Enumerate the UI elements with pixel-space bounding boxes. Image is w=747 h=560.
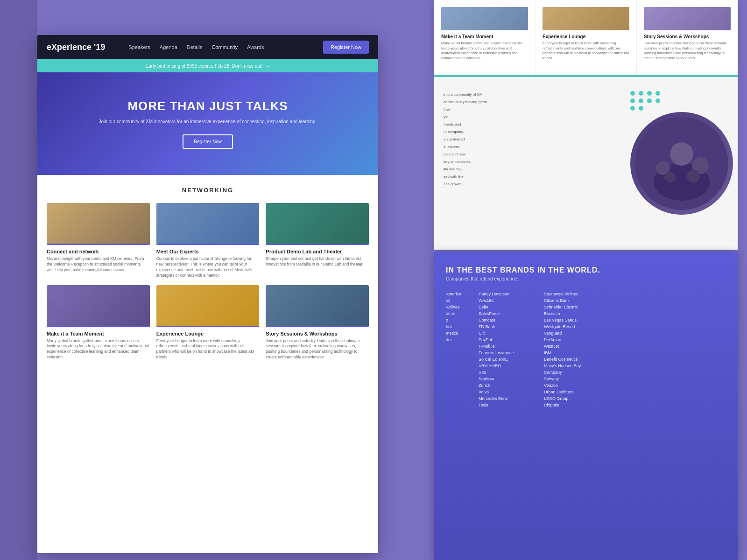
brand-ericsson: Ericsson (544, 310, 609, 317)
hero-subtitle: Join our community of XM innovators for … (99, 118, 317, 125)
nav-links: Speakers Agenda Details Community Awards (128, 44, 309, 50)
nav-speakers[interactable]: Speakers (128, 44, 150, 50)
brand-citi: Citi (479, 330, 539, 336)
networking-section: NETWORKING Connect and network Mix and m… (37, 175, 378, 372)
brand-lego: LEGO Group (544, 395, 609, 402)
brand-volvo: Volvo (479, 389, 539, 395)
trw-img-1 (441, 7, 528, 30)
brand-partial-der: der (446, 336, 474, 343)
brand-chipotle: Chipotle (544, 402, 609, 408)
brand-partial-oil: oil (446, 297, 474, 304)
brands-title: IN THE BEST BRANDS IN THE WORLD. (446, 266, 726, 274)
bullet-12: sed with the (444, 173, 616, 181)
trw-title-2: Experience Lounge (543, 34, 629, 39)
brand-partial-o: o (446, 317, 474, 323)
card-img-story (266, 285, 369, 327)
brand-ihg: IHG (479, 369, 539, 376)
brand-verizon: Verizon (544, 382, 609, 389)
card-title-story: Story Sessions & Workshops (266, 331, 369, 336)
card-desc-lounge: Feed your hunger to learn more with nour… (156, 338, 260, 361)
trw-img-3 (644, 7, 731, 30)
card-img-connect (47, 203, 150, 245)
nav-community[interactable]: Community (211, 44, 238, 50)
brand-lasvegas: Las Vegas Sands (544, 317, 609, 323)
main-browser-window: eXperience '19 Speakers Agenda Details C… (37, 35, 378, 553)
brand-subway: Subway (544, 376, 609, 382)
trw-content: Make it a Team Moment Many global brands… (434, 0, 738, 75)
cards-grid: Connect and network Mix and mingle with … (47, 203, 369, 360)
promo-banner: Early bird pricing of $995 expires Feb 2… (37, 59, 378, 72)
bullet-11: llia and tap (444, 166, 616, 173)
brand-partial-america: America (446, 291, 474, 297)
nav-awards[interactable]: Awards (247, 44, 264, 50)
networking-title: NETWORKING (47, 187, 369, 194)
brand-westjet2: WestJet (544, 343, 609, 350)
brand-tdbank: TD Bank (479, 323, 539, 330)
brand-mercedes: Mercedes Benz (479, 395, 539, 402)
card-title-demo: Product Demo Lab and Theater (266, 249, 369, 254)
bullet-9: gies and new (444, 151, 616, 158)
brand-partial-bot: bot (446, 323, 474, 330)
card-desc-team: Many global brands gather and inspire te… (47, 338, 150, 361)
trw-desc-1: Many global brands gather and inspire te… (441, 41, 528, 61)
brand-petsmart: PetSmart (544, 336, 609, 343)
bullet-8: e leaders. (444, 143, 616, 151)
card-img-lounge (156, 285, 260, 327)
bullet-5: trends and (444, 121, 616, 128)
brand-southwest: Southwest Airlines (544, 291, 609, 297)
brand-socal: So Cal EdisonE (479, 356, 539, 363)
bullet-7: an unrivalled (444, 136, 616, 143)
brand-sephora: Sephora (479, 376, 539, 382)
brand-partial-metics: metics (446, 330, 474, 336)
card-team: Make it a Team Moment Many global brands… (47, 285, 150, 361)
trw-desc-3: Join your peers and industry leaders in … (644, 41, 731, 61)
brands-section: IN THE BEST BRANDS IN THE WORLD. Compani… (434, 252, 738, 560)
brand-salesforce: SalesForce (479, 310, 539, 317)
brand-westjet: WestJet (479, 297, 539, 304)
card-story: Story Sessions & Workshops Join your pee… (266, 285, 369, 361)
brand-benefit: Benefit Cosmetics (544, 356, 609, 363)
mid-right-text: into a community of XM continuously maki… (434, 77, 626, 250)
logo: eXperience '19 (47, 42, 105, 52)
card-experts: Meet Our Experts Curious to explore a pa… (156, 203, 260, 279)
card-title-connect: Connect and network (47, 249, 150, 254)
hero-title: MORE THAN JUST TALKS (127, 99, 288, 113)
svg-point-6 (687, 170, 700, 183)
hero-register-button[interactable]: Register Now (183, 134, 233, 149)
card-desc-connect: Mix and mingle with your peers and XM pi… (47, 256, 150, 273)
trw-col-2: Experience Lounge Feed your hunger to le… (536, 0, 637, 75)
nav-register-button[interactable]: Register Now (323, 41, 369, 54)
nav-agenda[interactable]: Agenda (160, 44, 177, 50)
svg-point-2 (670, 142, 693, 166)
card-img-demo (266, 203, 369, 245)
circle-image (630, 112, 733, 215)
brand-abm: ABM AMRO (479, 363, 539, 369)
card-demo: Product Demo Lab and Theater Sharpen you… (266, 203, 369, 279)
trw-col-3: Story Sessions & Workshops Join your pee… (637, 0, 738, 75)
brand-farmers: Farmers Insurance (479, 350, 539, 356)
card-lounge: Experience Lounge Feed your hunger to le… (156, 285, 260, 361)
bullet-2: continuously making great (444, 98, 616, 106)
bullet-10: iety of industries. (444, 158, 616, 166)
mid-right-panel: into a community of XM continuously maki… (434, 77, 738, 250)
bullet-1: into a community of XM (444, 91, 616, 98)
top-right-panel: Make it a Team Moment Many global brands… (434, 0, 738, 75)
trw-img-2 (543, 7, 629, 30)
brand-paypal: PayPal (479, 336, 539, 343)
card-desc-experts: Curious to explore a particular challeng… (156, 256, 260, 279)
brand-delta: Delta (479, 304, 539, 310)
dots-decoration (630, 91, 661, 111)
bg-left (0, 0, 37, 560)
bullet-4: ys: (444, 113, 616, 121)
card-title-experts: Meet Our Experts (156, 249, 260, 254)
mid-right-image-area (626, 77, 738, 250)
hero-section: MORE THAN JUST TALKS Join our community … (37, 72, 378, 175)
card-connect: Connect and network Mix and mingle with … (47, 203, 150, 279)
trw-col-1: Make it a Team Moment Many global brands… (434, 0, 536, 75)
card-desc-demo: Sharpen your tool set and get hands-on w… (266, 256, 369, 267)
card-img-team (47, 285, 150, 327)
brand-citizens: Citizens Bank (544, 297, 609, 304)
brand-company: Company (544, 369, 609, 376)
brand-comcast: Comcast (479, 317, 539, 323)
nav-details[interactable]: Details (187, 44, 203, 50)
